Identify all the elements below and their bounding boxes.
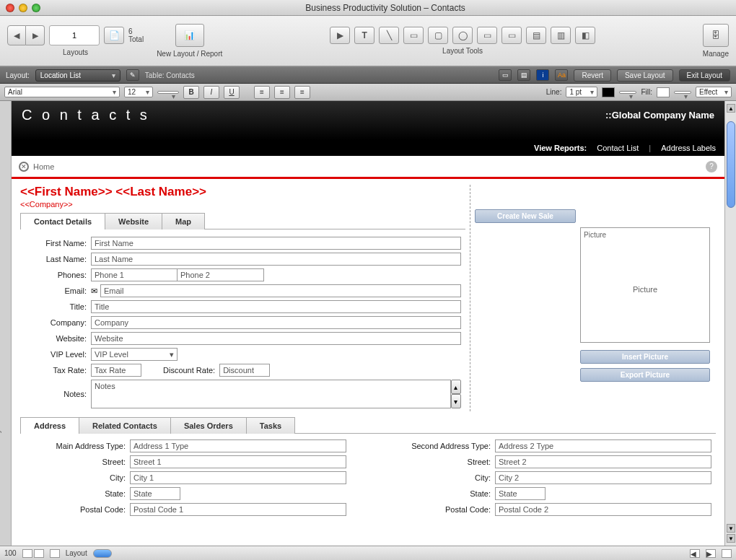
fill-color-swatch[interactable] [657,87,670,97]
tax-rate-field[interactable]: Tax Rate [91,364,141,377]
font-selector[interactable]: Arial [4,87,120,97]
sample-data-icon[interactable]: ▤ [517,69,530,81]
rounded-rect-tool[interactable]: ▢ [428,27,448,44]
record-slider-icon[interactable]: 📄 [104,27,124,44]
zoom-out-icon[interactable] [22,549,32,558]
chart-tool[interactable]: ◧ [575,27,595,44]
exit-layout-button[interactable]: Exit Layout [679,69,730,82]
revert-button[interactable]: Revert [574,69,610,82]
state2-field[interactable]: State [495,487,546,500]
main-address-type-field[interactable]: Address 1 Type [130,439,346,452]
home-link[interactable]: Home [33,162,54,171]
tab-tasks[interactable]: Tasks [246,417,295,434]
tab-map[interactable]: Map [162,213,205,229]
bold-button[interactable]: B [183,86,199,99]
close-icon[interactable] [6,4,14,12]
text-tool[interactable]: T [354,27,374,44]
insert-picture-button[interactable]: Insert Picture [580,350,710,364]
resize-grip-icon[interactable] [722,549,732,558]
align-right-button[interactable]: ≡ [294,86,310,99]
discount-rate-field[interactable]: Discount [219,364,270,377]
font-size-selector[interactable]: 12 [124,87,153,97]
website-field[interactable]: Website [91,332,461,345]
save-layout-button[interactable]: Save Layout [617,69,673,82]
second-address-type-field[interactable]: Address 2 Type [495,439,711,452]
export-picture-button[interactable]: Export Picture [580,368,710,382]
create-new-sale-button[interactable]: Create New Sale [475,209,576,223]
notes-field[interactable]: Notes [91,380,451,408]
italic-button[interactable]: I [203,86,219,99]
new-layout-icon[interactable]: 📊 [175,24,204,47]
status-icon[interactable] [50,549,60,558]
minimize-icon[interactable] [19,4,27,12]
city1-field[interactable]: City 1 [130,471,346,484]
tab-sales-orders[interactable]: Sales Orders [170,417,247,434]
picture-placeholder: Picture [584,239,706,339]
record-number-field[interactable]: 1 [49,25,100,45]
rect-tool[interactable]: ▭ [403,27,424,44]
tab-tool[interactable]: ▤ [526,27,546,44]
effect-selector[interactable]: Effect [696,87,732,97]
contact-list-link[interactable]: Contact List [597,144,639,152]
picture-container[interactable]: Picture Picture [580,227,710,343]
city2-field[interactable]: City 2 [495,471,711,484]
title-field[interactable]: Title [91,300,461,313]
style-selector[interactable] [157,91,179,94]
email-icon[interactable]: ✉ [91,286,97,296]
line-tool[interactable]: ╲ [379,27,399,44]
scroll-up-icon[interactable]: ▲ [727,104,735,113]
field-boundaries-icon[interactable]: ▭ [499,69,512,81]
tab-website[interactable]: Website [105,213,162,229]
state1-field[interactable]: State [130,487,180,500]
tab-contact-details[interactable]: Contact Details [20,213,105,229]
field-tool[interactable]: ▭ [477,27,497,44]
notes-scroll-down[interactable]: ▾ [451,394,461,408]
zoom-in-icon[interactable] [34,549,44,558]
zoom-level[interactable]: 100 [4,549,17,557]
help-icon[interactable]: ? [706,161,717,172]
scroll-thumb[interactable] [727,121,735,208]
pointer-tool[interactable]: ▶ [330,27,350,44]
mode-toggle[interactable] [93,549,112,558]
first-name-field[interactable]: First Name [91,237,461,250]
email-field[interactable]: Email [100,284,461,297]
zoom-icon[interactable] [32,4,40,12]
street1-field[interactable]: Street 1 [130,455,346,468]
home-icon[interactable]: ✕ [19,162,29,172]
aa-icon[interactable]: Aa [555,69,568,81]
portal-tool[interactable]: ▥ [551,27,571,44]
prev-record-button[interactable]: ◀ [7,25,26,45]
button-tool[interactable]: ▭ [501,27,522,44]
edit-layout-icon[interactable]: ✎ [126,69,139,81]
phone2-field[interactable]: Phone 2 [178,268,264,281]
line-color-swatch[interactable] [602,87,615,97]
hscroll-right-icon[interactable]: ▶ [706,549,716,558]
postal2-field[interactable]: Postal Code 2 [495,503,711,516]
last-name-field[interactable]: Last Name [91,253,461,266]
street2-field[interactable]: Street 2 [495,455,711,468]
scroll-down-icon[interactable]: ▼ [727,524,735,533]
layout-selector[interactable]: Location List [35,69,121,82]
line-weight-selector[interactable]: 1 pt [566,87,597,97]
tab-related-contacts[interactable]: Related Contacts [79,417,171,434]
company-field[interactable]: Company [91,316,461,329]
align-left-button[interactable]: ≡ [254,86,270,99]
notes-scroll-up[interactable]: ▴ [451,380,461,394]
tab-address[interactable]: Address [20,417,79,434]
vertical-scrollbar[interactable]: ▲ ▼ ▼ [724,101,736,546]
address-labels-link[interactable]: Address Labels [661,144,716,152]
underline-button[interactable]: U [224,86,240,99]
manage-icon[interactable]: 🗄 [703,24,729,47]
align-center-button[interactable]: ≡ [274,86,290,99]
hscroll-left-icon[interactable]: ◀ [690,549,700,558]
postal1-field[interactable]: Postal Code 1 [130,503,346,516]
oval-tool[interactable]: ◯ [452,27,473,44]
scroll-down2-icon[interactable]: ▼ [727,534,735,543]
vip-level-field[interactable]: VIP Level▾ [91,348,178,361]
phone1-field[interactable]: Phone 1 [91,268,178,281]
info-icon[interactable]: i [536,69,549,81]
line-type-selector[interactable] [619,91,636,94]
window-controls [6,4,40,12]
fill-pattern-selector[interactable] [674,91,691,94]
next-record-button[interactable]: ▶ [26,25,45,45]
